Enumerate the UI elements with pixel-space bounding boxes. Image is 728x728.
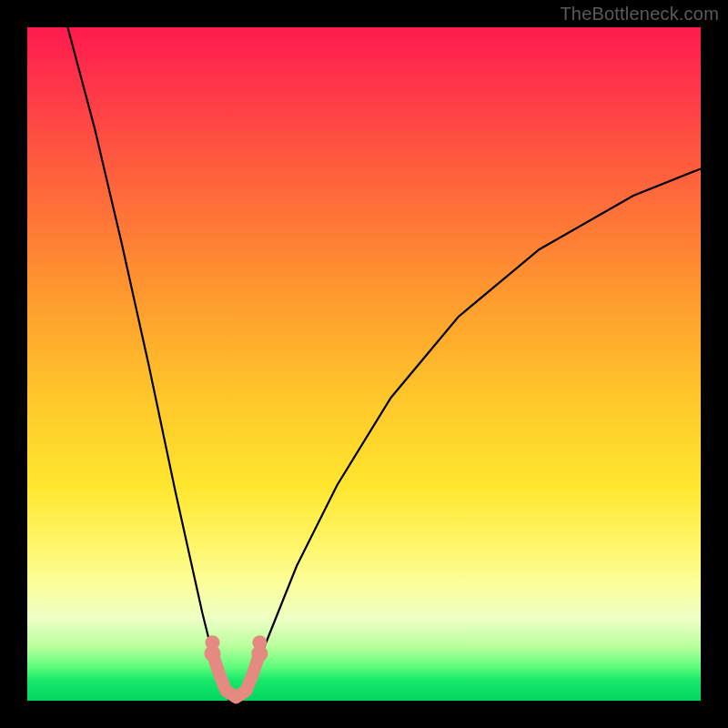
sweet-spot-markers <box>205 635 268 697</box>
sweet-spot-endpoint <box>206 635 220 650</box>
chart-frame: TheBottleneck.com <box>0 0 728 728</box>
sweet-spot-path <box>213 653 260 697</box>
bottleneck-curve <box>67 27 701 701</box>
plot-area <box>27 27 701 701</box>
watermark-text: TheBottleneck.com <box>560 4 719 25</box>
chart-svg <box>27 27 701 701</box>
sweet-spot-endpoint <box>252 635 267 650</box>
curve-path <box>67 27 701 701</box>
